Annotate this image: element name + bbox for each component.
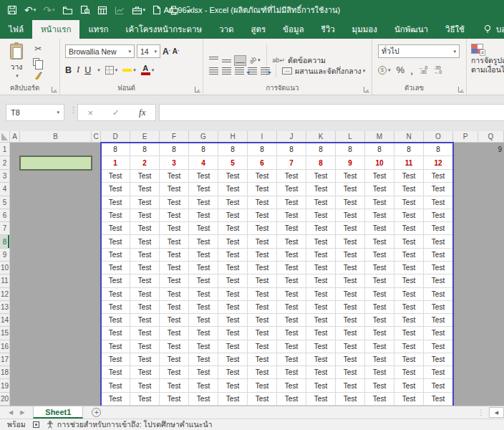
- cell-E5[interactable]: Test: [130, 196, 160, 209]
- cell-E1[interactable]: 8: [130, 143, 160, 156]
- copy-icon[interactable]: ▾: [33, 58, 44, 66]
- cell-I5[interactable]: Test: [248, 196, 277, 209]
- cell-L5[interactable]: Test: [336, 196, 365, 209]
- cell-Q3[interactable]: [478, 170, 504, 183]
- row-header-16[interactable]: 16: [0, 340, 10, 353]
- cell-A16[interactable]: [10, 340, 20, 353]
- underline-button[interactable]: U: [84, 65, 91, 75]
- cell-N6[interactable]: Test: [394, 209, 424, 222]
- align-left-icon[interactable]: [209, 67, 218, 75]
- cell-O20[interactable]: Test: [424, 393, 453, 406]
- number-dialog-launcher[interactable]: [458, 87, 464, 92]
- cell-B13[interactable]: [20, 301, 92, 314]
- align-bottom-icon[interactable]: [235, 56, 246, 65]
- cell-E12[interactable]: Test: [130, 288, 160, 301]
- cell-E4[interactable]: Test: [130, 183, 160, 196]
- cell-M1[interactable]: 8: [365, 143, 394, 156]
- cell-Q8[interactable]: [478, 235, 504, 248]
- cell-M8[interactable]: Test: [365, 235, 394, 248]
- tab-insert[interactable]: แทรก: [79, 20, 117, 39]
- cell-A14[interactable]: [10, 314, 20, 327]
- cell-F16[interactable]: Test: [160, 340, 189, 353]
- cell-A8[interactable]: [10, 235, 20, 248]
- cell-A18[interactable]: [10, 366, 20, 379]
- cell-J8[interactable]: Test: [277, 235, 306, 248]
- cell-L18[interactable]: Test: [336, 366, 365, 379]
- cell-A17[interactable]: [10, 353, 20, 366]
- cell-G12[interactable]: Test: [189, 288, 218, 301]
- tab-developer[interactable]: นักพัฒนา: [386, 20, 437, 39]
- cell-M2[interactable]: 10: [365, 156, 394, 170]
- cell-I9[interactable]: Test: [248, 249, 277, 262]
- column-header-K[interactable]: K: [306, 131, 336, 143]
- cell-C13[interactable]: [92, 301, 101, 314]
- cell-N16[interactable]: Test: [394, 340, 424, 353]
- save-icon[interactable]: [7, 5, 17, 15]
- cell-I8[interactable]: Test: [248, 235, 277, 248]
- cell-M12[interactable]: Test: [365, 288, 394, 301]
- cell-J1[interactable]: 8: [277, 143, 306, 156]
- cell-N4[interactable]: Test: [394, 183, 424, 196]
- cell-J7[interactable]: Test: [277, 222, 306, 235]
- cell-P8[interactable]: [453, 235, 478, 248]
- cell-L12[interactable]: Test: [336, 288, 365, 301]
- paste-caret-icon[interactable]: ▾: [6, 73, 29, 79]
- cell-K1[interactable]: 8: [306, 143, 336, 156]
- cell-H11[interactable]: Test: [218, 274, 248, 287]
- row-header-11[interactable]: 11: [0, 274, 10, 287]
- cell-Q1[interactable]: 9: [478, 143, 504, 156]
- cell-F19[interactable]: Test: [160, 379, 189, 392]
- cell-L8[interactable]: Test: [336, 235, 365, 248]
- bold-button[interactable]: B: [65, 65, 72, 75]
- alignment-dialog-launcher[interactable]: [364, 87, 369, 92]
- cell-F10[interactable]: Test: [160, 262, 189, 274]
- cell-K17[interactable]: Test: [306, 353, 336, 366]
- cell-F9[interactable]: Test: [160, 249, 189, 262]
- comma-style-icon[interactable]: ,: [410, 67, 413, 74]
- cell-I17[interactable]: Test: [248, 353, 277, 366]
- cell-E17[interactable]: Test: [130, 353, 160, 366]
- cell-K4[interactable]: Test: [306, 183, 336, 196]
- formula-input[interactable]: [159, 104, 504, 121]
- cell-D11[interactable]: Test: [101, 274, 130, 287]
- cell-P4[interactable]: [453, 183, 478, 196]
- cell-N10[interactable]: Test: [394, 262, 424, 274]
- cancel-icon[interactable]: ×: [87, 108, 93, 118]
- cell-C5[interactable]: [92, 196, 101, 209]
- cell-K7[interactable]: Test: [306, 222, 336, 235]
- cell-G19[interactable]: Test: [189, 379, 218, 392]
- cell-C2[interactable]: [92, 156, 101, 170]
- cell-L13[interactable]: Test: [336, 301, 365, 314]
- column-header-Q[interactable]: Q: [478, 131, 504, 143]
- cell-D3[interactable]: Test: [101, 170, 130, 183]
- font-size-select[interactable]: 14▾: [137, 44, 160, 58]
- cell-P2[interactable]: [453, 156, 478, 170]
- cell-B20[interactable]: [20, 393, 92, 406]
- cell-K13[interactable]: Test: [306, 301, 336, 314]
- cell-O13[interactable]: Test: [424, 301, 453, 314]
- font-dialog-launcher[interactable]: [195, 87, 200, 92]
- column-header-B[interactable]: B: [20, 131, 92, 143]
- cell-G1[interactable]: 8: [189, 143, 218, 156]
- print-preview-icon[interactable]: [80, 5, 90, 15]
- row-header-8[interactable]: 8: [0, 235, 10, 248]
- cell-H18[interactable]: Test: [218, 366, 248, 379]
- cell-E3[interactable]: Test: [130, 170, 160, 183]
- column-header-H[interactable]: H: [218, 131, 248, 143]
- cell-F7[interactable]: Test: [160, 222, 189, 235]
- cell-J18[interactable]: Test: [277, 366, 306, 379]
- cell-F2[interactable]: 3: [160, 156, 189, 170]
- borders-icon[interactable]: ▾: [105, 66, 118, 75]
- cell-B10[interactable]: [20, 262, 92, 274]
- cell-O10[interactable]: Test: [424, 262, 453, 274]
- cell-Q11[interactable]: [478, 274, 504, 287]
- percent-style-icon[interactable]: %: [397, 64, 405, 75]
- increase-decimal-icon[interactable]: ←.0 .00: [419, 66, 427, 75]
- accounting-format-icon[interactable]: $▾: [378, 66, 391, 75]
- shrink-font-icon[interactable]: Aˇ: [173, 47, 179, 55]
- cell-E8[interactable]: Test: [130, 235, 160, 248]
- cell-F12[interactable]: Test: [160, 288, 189, 301]
- tell-me-box[interactable]: บอกฉันว่าคุณต้องการทำอะไร: [473, 20, 504, 39]
- cell-M17[interactable]: Test: [365, 353, 394, 366]
- cell-G17[interactable]: Test: [189, 353, 218, 366]
